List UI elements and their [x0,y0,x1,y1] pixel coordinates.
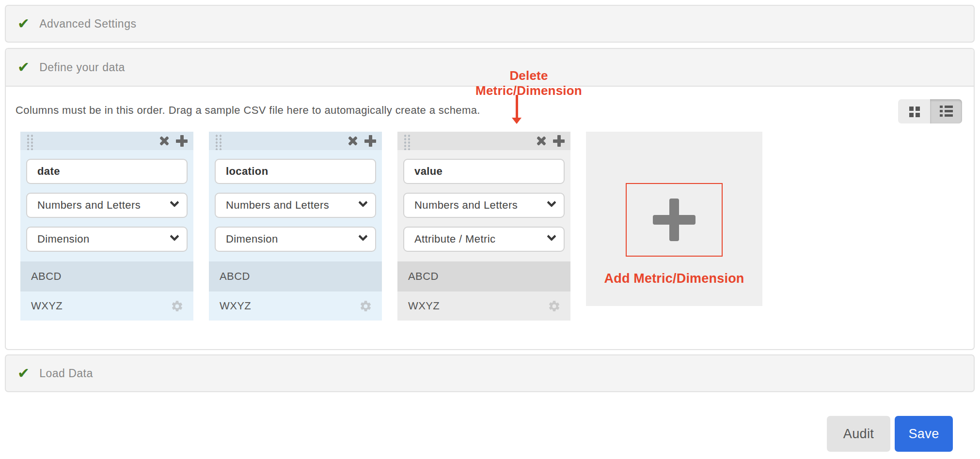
section-advanced-settings[interactable]: ✔ Advanced Settings [5,5,975,43]
column-role-value: Dimension [226,233,278,245]
section-title: Advanced Settings [39,17,136,31]
add-metric-button[interactable] [626,183,723,257]
drag-handle-icon[interactable] [215,134,222,151]
column-card-body: Numbers and Letters Dimension ABCD [209,150,382,321]
column-cards: Numbers and Letters Dimension ABCD [20,132,762,321]
column-card-header [20,132,193,150]
plus-icon [653,199,695,241]
delete-column-icon[interactable] [536,135,547,147]
sample-rows: ABCD WXYZ [209,261,382,321]
sample-row: ABCD [397,261,570,291]
column-card-body: Numbers and Letters Dimension ABCD [20,150,193,321]
column-card-date: Numbers and Letters Dimension ABCD [20,132,193,321]
drag-handle-icon[interactable] [403,134,411,151]
chevron-down-icon [358,231,368,241]
section-title: Define your data [39,61,125,74]
save-button[interactable]: Save [895,416,953,452]
column-format-select[interactable]: Numbers and Letters [215,193,376,218]
sample-row: ABCD [209,261,382,291]
sample-row-label: WXYZ [220,300,251,312]
list-view-icon [940,106,953,117]
column-name-input[interactable] [26,159,188,184]
add-metric-panel: Add Metric/Dimension [586,132,762,306]
delete-column-icon[interactable] [347,135,359,147]
column-role-select[interactable]: Dimension [26,227,188,252]
gear-icon[interactable] [548,300,561,313]
column-format-value: Numbers and Letters [414,199,518,212]
column-card-location: Numbers and Letters Dimension ABCD [209,132,382,321]
grid-view-button[interactable] [898,99,930,123]
column-name-input[interactable] [215,159,376,184]
list-view-button[interactable] [930,99,962,123]
delete-metric-annotation: Delete Metric/Dimension [456,68,601,98]
column-name-input[interactable] [403,159,565,184]
sample-row: ABCD [20,261,193,291]
chevron-down-icon [358,198,368,207]
check-icon: ✔ [17,60,30,75]
sample-row-label: WXYZ [408,300,440,312]
delete-column-icon[interactable] [158,135,170,147]
section-title: Load Data [39,367,93,380]
sample-row-label: ABCD [408,270,439,283]
column-card-value: Numbers and Letters Attribute / Metric A… [397,132,570,321]
sample-row: WXYZ [209,291,382,321]
grid-view-icon [909,107,914,111]
audit-button[interactable]: Audit [827,416,890,452]
chevron-down-icon [547,198,556,207]
section-load-data[interactable]: ✔ Load Data [5,354,975,392]
column-role-select[interactable]: Dimension [215,227,376,252]
column-card-header [209,132,382,150]
gear-icon[interactable] [359,300,372,313]
add-metric-label: Add Metric/Dimension [604,271,744,286]
column-role-value: Attribute / Metric [414,233,495,245]
drag-handle-icon[interactable] [26,134,34,151]
sample-rows: ABCD WXYZ [397,261,570,321]
schema-editor-page: ✔ Advanced Settings ✔ Define your data C… [0,0,980,459]
chevron-down-icon [547,231,556,241]
instruction-text: Columns must be in this order. Drag a sa… [16,104,480,117]
sample-row-label: ABCD [220,270,250,283]
define-data-body: Columns must be in this order. Drag a sa… [6,87,974,349]
view-toggle [898,99,962,123]
check-icon: ✔ [17,366,30,381]
column-role-select[interactable]: Attribute / Metric [403,227,565,252]
column-role-value: Dimension [37,233,90,245]
sample-row-label: ABCD [31,270,62,283]
sample-rows: ABCD WXYZ [20,261,193,321]
sample-row-label: WXYZ [31,300,63,312]
sample-row: WXYZ [397,291,570,321]
column-format-value: Numbers and Letters [37,199,141,212]
chevron-down-icon [170,198,179,207]
column-card-header [397,132,570,150]
column-format-select[interactable]: Numbers and Letters [26,193,188,218]
column-format-value: Numbers and Letters [226,199,329,212]
sample-row: WXYZ [20,291,193,321]
column-format-select[interactable]: Numbers and Letters [403,193,565,218]
arrow-down-icon [516,95,518,118]
check-icon: ✔ [17,16,30,31]
add-column-icon[interactable] [176,135,188,147]
chevron-down-icon [170,231,179,241]
column-card-body: Numbers and Letters Attribute / Metric A… [397,150,570,321]
gear-icon[interactable] [171,300,184,313]
add-column-icon[interactable] [553,135,565,147]
add-column-icon[interactable] [364,135,376,147]
